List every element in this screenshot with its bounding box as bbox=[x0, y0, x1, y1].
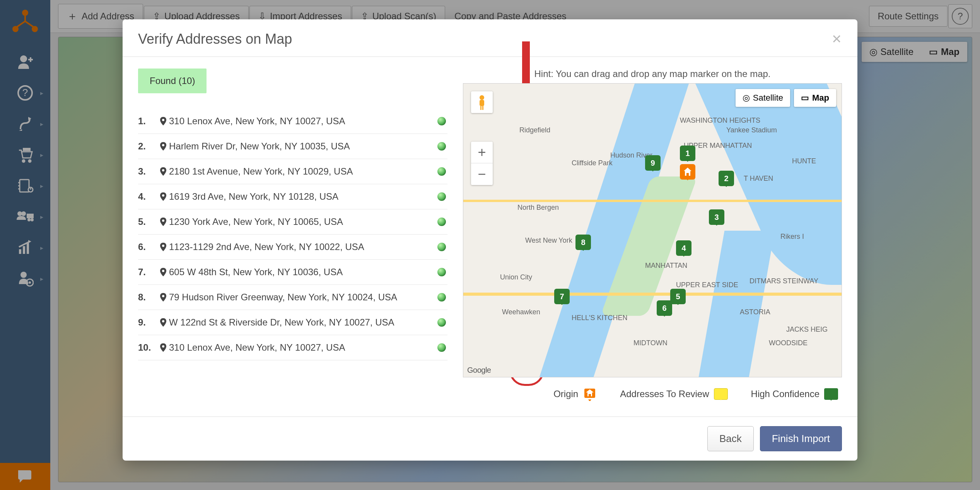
map-marker[interactable]: 1 bbox=[680, 146, 695, 161]
map-label: MANHATTAN bbox=[645, 262, 687, 270]
svg-rect-51 bbox=[482, 106, 483, 110]
map-label: West New York bbox=[525, 236, 572, 245]
address-number: 9. bbox=[138, 317, 157, 328]
close-icon[interactable]: ✕ bbox=[831, 32, 842, 46]
zoom-in-button[interactable]: + bbox=[471, 142, 493, 163]
confidence-indicator bbox=[436, 293, 447, 302]
address-number: 3. bbox=[138, 166, 157, 177]
svg-point-37 bbox=[162, 219, 164, 222]
svg-point-41 bbox=[162, 320, 164, 322]
svg-rect-56 bbox=[589, 394, 591, 396]
pin-icon bbox=[157, 268, 169, 276]
zoom-out-button[interactable]: − bbox=[471, 163, 493, 185]
map-label: Yankee Stadium bbox=[726, 126, 777, 134]
svg-point-35 bbox=[162, 169, 164, 171]
address-row[interactable]: 1. 310 Lenox Ave, New York, NY 10027, US… bbox=[138, 109, 447, 134]
confidence-indicator bbox=[436, 167, 447, 176]
finish-import-button[interactable]: Finish Import bbox=[760, 426, 842, 451]
address-text: 310 Lenox Ave, New York, NY 10027, USA bbox=[169, 116, 436, 127]
svg-point-36 bbox=[162, 194, 164, 197]
address-row[interactable]: 2. Harlem River Dr, New York, NY 10035, … bbox=[138, 134, 447, 159]
map-label: HUNTE bbox=[792, 157, 816, 165]
map-marker[interactable]: 5 bbox=[670, 289, 686, 304]
map-marker[interactable]: 9 bbox=[645, 155, 661, 171]
address-row[interactable]: 7. 605 W 48th St, New York, NY 10036, US… bbox=[138, 260, 447, 285]
address-row[interactable]: 6. 1123-1129 2nd Ave, New York, NY 10022… bbox=[138, 235, 447, 260]
address-number: 2. bbox=[138, 141, 157, 152]
address-text: W 122nd St & Riverside Dr, New York, NY … bbox=[169, 317, 436, 328]
map-marker[interactable]: 3 bbox=[709, 209, 724, 225]
back-button[interactable]: Back bbox=[707, 426, 754, 451]
map-marker[interactable]: 6 bbox=[657, 300, 672, 316]
svg-point-34 bbox=[162, 144, 164, 146]
svg-rect-47 bbox=[686, 173, 689, 176]
address-row[interactable]: 3. 2180 1st Avenue, New York, NY 10029, … bbox=[138, 159, 447, 184]
legend-origin: Origin bbox=[553, 387, 597, 401]
pin-icon bbox=[157, 142, 169, 151]
address-row[interactable]: 5. 1230 York Ave, New York, NY 10065, US… bbox=[138, 209, 447, 235]
confidence-indicator bbox=[436, 343, 447, 352]
address-number: 10. bbox=[138, 342, 157, 353]
confidence-indicator bbox=[436, 318, 447, 327]
map-marker[interactable]: 7 bbox=[554, 289, 570, 304]
map-label: WASHINGTON HEIGHTS bbox=[680, 117, 760, 125]
google-attribution: Google bbox=[467, 366, 491, 375]
pin-icon bbox=[157, 343, 169, 352]
confidence-indicator bbox=[436, 243, 447, 251]
map-map-button[interactable]: ▭Map bbox=[794, 89, 836, 107]
address-text: Harlem River Dr, New York, NY 10035, USA bbox=[169, 141, 436, 152]
svg-marker-45 bbox=[684, 168, 691, 171]
svg-rect-49 bbox=[480, 100, 484, 106]
map-satellite-button[interactable]: ◎Satellite bbox=[736, 89, 790, 107]
address-row[interactable]: 10. 310 Lenox Ave, New York, NY 10027, U… bbox=[138, 335, 447, 360]
confidence-indicator bbox=[436, 117, 447, 125]
map-label: UPPER EAST SIDE bbox=[676, 281, 738, 289]
pin-icon bbox=[157, 293, 169, 302]
map-zoom-control: + − bbox=[471, 142, 493, 185]
origin-marker[interactable] bbox=[680, 164, 695, 180]
map-label: DITMARS STEINWAY bbox=[750, 277, 818, 285]
svg-point-42 bbox=[162, 345, 164, 348]
modal-overlay: Verify Addresses on Map ✕ Found (10) 1. … bbox=[0, 0, 980, 490]
address-text: 1230 York Ave, New York, NY 10065, USA bbox=[169, 216, 436, 227]
address-text: 1123-1129 2nd Ave, New York, NY 10022, U… bbox=[169, 242, 436, 252]
map[interactable]: RidgefieldCliffside ParkNorth BergenWest… bbox=[463, 83, 842, 377]
address-text: 1619 3rd Ave, New York, NY 10128, USA bbox=[169, 191, 436, 202]
address-number: 7. bbox=[138, 267, 157, 278]
map-label: WOODSIDE bbox=[769, 339, 808, 347]
svg-point-33 bbox=[162, 119, 164, 121]
confidence-indicator bbox=[436, 192, 447, 201]
address-text: 605 W 48th St, New York, NY 10036, USA bbox=[169, 267, 436, 278]
map-label: Union City bbox=[500, 273, 532, 281]
address-number: 5. bbox=[138, 216, 157, 227]
address-text: 79 Hudson River Greenway, New York, NY 1… bbox=[169, 292, 436, 303]
map-label: HELL'S KITCHEN bbox=[572, 314, 627, 322]
address-row[interactable]: 8. 79 Hudson River Greenway, New York, N… bbox=[138, 285, 447, 310]
map-marker[interactable]: 4 bbox=[676, 240, 691, 256]
pin-icon bbox=[157, 192, 169, 201]
address-list: 1. 310 Lenox Ave, New York, NY 10027, US… bbox=[138, 109, 447, 360]
confidence-indicator bbox=[436, 142, 447, 151]
address-row[interactable]: 9. W 122nd St & Riverside Dr, New York, … bbox=[138, 310, 447, 335]
confidence-indicator bbox=[436, 218, 447, 226]
address-number: 8. bbox=[138, 292, 157, 303]
svg-point-38 bbox=[162, 245, 164, 247]
map-label: Ridgefield bbox=[519, 126, 550, 134]
pegman-button[interactable] bbox=[471, 91, 493, 113]
map-label: T HAVEN bbox=[744, 175, 773, 183]
svg-rect-50 bbox=[480, 106, 481, 110]
legend-high-confidence: High Confidence bbox=[751, 388, 838, 400]
address-row[interactable]: 4. 1619 3rd Ave, New York, NY 10128, USA bbox=[138, 184, 447, 209]
found-tab[interactable]: Found (10) bbox=[138, 69, 207, 93]
map-marker[interactable]: 2 bbox=[719, 171, 734, 186]
pin-icon bbox=[157, 243, 169, 251]
address-number: 6. bbox=[138, 242, 157, 252]
pin-icon bbox=[157, 117, 169, 125]
map-label: JACKS HEIG bbox=[786, 326, 828, 334]
map-marker[interactable]: 8 bbox=[575, 235, 591, 250]
svg-point-39 bbox=[162, 270, 164, 272]
map-label: Weehawken bbox=[502, 308, 540, 316]
map-label: Rikers I bbox=[780, 233, 804, 241]
address-number: 4. bbox=[138, 191, 157, 202]
svg-point-48 bbox=[480, 95, 484, 100]
